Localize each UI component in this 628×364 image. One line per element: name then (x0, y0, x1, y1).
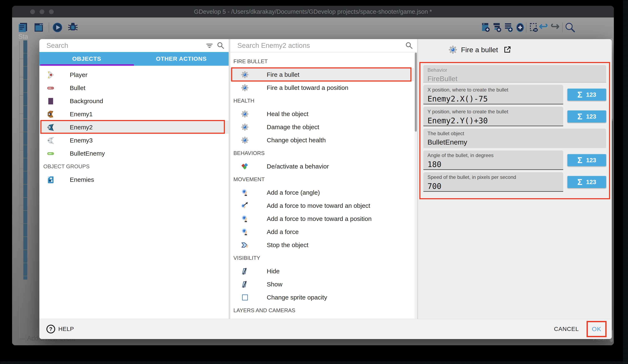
maximize-window-icon[interactable] (49, 9, 54, 14)
x-position-row: X position, where to create the bullet E… (423, 85, 606, 104)
actions-scrollbar-thumb[interactable] (415, 53, 417, 132)
minimize-window-icon[interactable] (40, 9, 44, 14)
group-row-enemies[interactable]: Enemies (39, 173, 229, 186)
field-value[interactable]: Enemy2.Y()+30 (427, 116, 559, 125)
scene-window-icon[interactable] (33, 22, 44, 33)
expression-editor-button[interactable]: Σ 123 (567, 89, 606, 101)
gear-icon (241, 84, 249, 92)
add-circle-icon[interactable] (515, 22, 526, 33)
expression-editor-button[interactable]: Σ 123 (567, 154, 606, 166)
y-position-field[interactable]: Y position, where to create the bullet E… (423, 107, 563, 126)
field-value[interactable]: 700 (427, 182, 559, 191)
debugger-icon[interactable] (68, 22, 78, 33)
action-row-force-toward-object[interactable]: Add a force to move toward an object (230, 199, 417, 212)
object-row-player[interactable]: Player (39, 68, 229, 81)
object-label: BulletEnemy (70, 150, 105, 157)
dialog-footer: ? HELP CANCEL OK (39, 319, 612, 339)
toolbar-divider (562, 22, 563, 32)
speed-field[interactable]: Speed of the bullet, in pixels per secon… (423, 172, 563, 192)
action-label: Heal the object (267, 111, 308, 118)
close-window-icon[interactable] (30, 9, 35, 14)
action-row-force-angle[interactable]: Add a force (angle) (230, 186, 417, 199)
field-value[interactable]: Enemy2.X()-75 (427, 94, 559, 103)
tab-other-actions[interactable]: OTHER ACTIONS (134, 52, 229, 66)
redo-icon[interactable]: ↪ (550, 20, 560, 32)
bullet-object-field[interactable]: The bullet object BulletEnemy (423, 128, 606, 148)
undo-icon[interactable]: ↩ (539, 20, 548, 32)
field-value: FireBullet (427, 75, 602, 83)
action-label: Damage the object (267, 123, 319, 131)
object-label: Player (70, 71, 87, 78)
filter-icon[interactable] (206, 42, 213, 49)
speed-row: Speed of the bullet, in pixels per secon… (423, 172, 606, 192)
field-label: Behavior (427, 67, 602, 73)
help-button[interactable]: ? HELP (46, 325, 74, 333)
object-row-enemy3[interactable]: Enemy3 (39, 134, 229, 147)
search-events-icon[interactable] (565, 22, 575, 33)
object-row-enemy1[interactable]: Enemy1 (39, 108, 229, 121)
add-event-icon[interactable] (480, 22, 491, 33)
action-label: Show (267, 281, 282, 288)
sigma-icon: Σ (577, 178, 582, 187)
field-value[interactable]: BulletEnemy (427, 138, 602, 146)
object-label: Background (70, 98, 103, 105)
field-label: Angle of the bullet, in degrees (427, 152, 559, 158)
force-icon (241, 215, 249, 223)
object-row-background[interactable]: Background (39, 94, 229, 108)
active-tab-underline (40, 64, 134, 66)
actions-search-input[interactable] (237, 42, 405, 50)
action-label: Add a force (angle) (267, 189, 320, 196)
bullet-icon (47, 84, 55, 92)
gear-icon (241, 123, 249, 131)
action-row-hide[interactable]: Hide (230, 265, 417, 278)
expression-editor-button[interactable]: Σ 123 (567, 111, 606, 122)
help-label: HELP (58, 326, 74, 332)
field-value[interactable]: 180 (427, 160, 559, 169)
expression-editor-button[interactable]: Σ 123 (567, 176, 606, 188)
action-row-stop-object[interactable]: Stop the object (230, 238, 417, 251)
group-label: Enemies (70, 176, 94, 183)
object-row-enemy2[interactable]: Enemy2 (39, 121, 229, 134)
action-row-force-toward-position[interactable]: Add a force to move toward a position (230, 212, 417, 225)
action-row-heal[interactable]: Heal the object (230, 107, 417, 121)
action-row-change-health[interactable]: Change object health (230, 133, 417, 147)
ok-button[interactable]: OK (592, 325, 601, 333)
tab-objects[interactable]: OBJECTS (39, 52, 134, 66)
angle-field[interactable]: Angle of the bullet, in degrees 180 (423, 150, 563, 170)
background-icon (47, 97, 55, 105)
section-header-health: HEALTH (230, 94, 417, 107)
enemy1-ship-icon (47, 110, 55, 118)
project-manager-icon[interactable] (18, 22, 29, 33)
digits-label: 123 (586, 113, 596, 120)
action-row-show[interactable]: Show (230, 278, 417, 291)
objects-search-input[interactable] (46, 42, 206, 50)
section-header-fire-bullet: FIRE BULLET (230, 55, 417, 68)
desktop-edge-texture (0, 361, 628, 364)
object-row-bulletenemy[interactable]: BulletEnemy (39, 147, 229, 160)
open-in-new-icon[interactable] (503, 46, 511, 54)
preview-play-icon[interactable] (52, 22, 63, 33)
action-row-add-force[interactable]: Add a force (230, 225, 417, 238)
action-row-fire-toward-position[interactable]: Fire a bullet toward a position (230, 81, 417, 94)
delete-event-icon[interactable] (529, 22, 540, 33)
events-tree-corner (20, 339, 25, 339)
add-subevent-icon[interactable] (492, 22, 503, 33)
action-row-change-opacity[interactable]: Change sprite opacity (230, 291, 417, 304)
digits-label: 123 (586, 91, 596, 98)
search-icon[interactable] (217, 42, 225, 49)
field-label: X position, where to create the bullet (427, 87, 559, 93)
action-row-damage[interactable]: Damage the object (230, 121, 417, 133)
window-title: GDevelop 5 - /Users/dkarakay/Documents/G… (194, 8, 432, 15)
cancel-button[interactable]: CANCEL (554, 326, 579, 332)
section-header-movement: MOVEMENT (230, 173, 417, 186)
action-row-fire-a-bullet[interactable]: Fire a bullet (230, 68, 414, 81)
action-label: Hide (267, 268, 280, 275)
action-row-deactivate-behavior[interactable]: De/activate a behavior (230, 160, 417, 173)
action-label: Add a force (267, 228, 299, 236)
x-position-field[interactable]: X position, where to create the bullet E… (423, 85, 563, 104)
add-comment-icon[interactable] (503, 22, 514, 33)
search-icon[interactable] (405, 42, 413, 49)
object-row-bullet[interactable]: Bullet (39, 81, 229, 94)
section-header-behaviors: BEHAVIORS (230, 147, 417, 160)
parameters-panel: Fire a bullet Behavior FireBullet X (418, 39, 612, 319)
